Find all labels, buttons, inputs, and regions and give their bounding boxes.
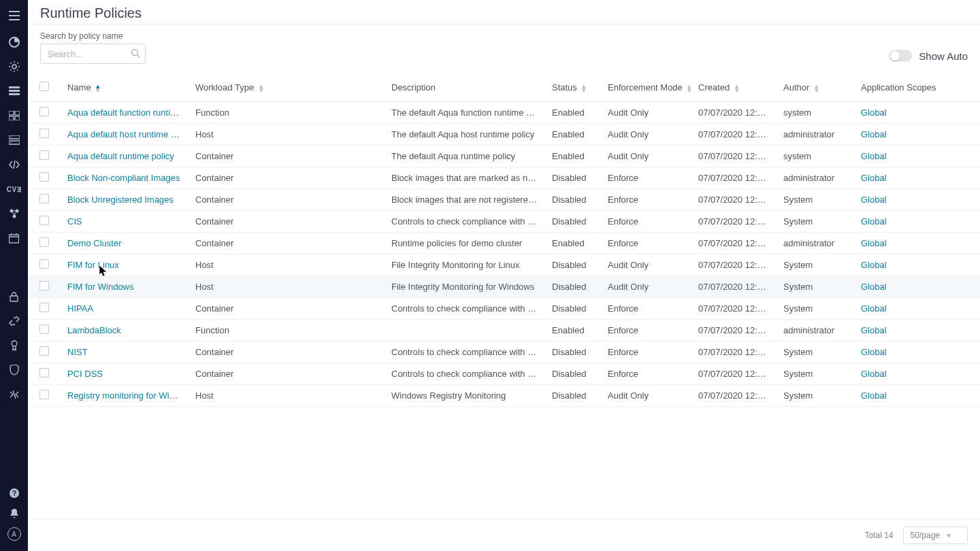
cell-description: Windows Registry Monitoring [385, 385, 545, 407]
policy-name-link[interactable]: NIST [67, 347, 88, 357]
table-row[interactable]: NISTContainerControls to check complianc… [28, 341, 980, 363]
scope-link[interactable]: Global [861, 129, 887, 139]
secrets-icon[interactable] [0, 284, 28, 309]
menu-icon[interactable] [0, 4, 28, 27]
table-row[interactable]: Aqua default runtime policyContainerThe … [28, 146, 980, 167]
cell-author: administrator [777, 124, 854, 146]
policy-name-link[interactable]: PCI DSS [67, 369, 103, 379]
policy-name-link[interactable]: Block Non-compliant Images [67, 173, 180, 183]
scope-link[interactable]: Global [861, 260, 887, 270]
policy-name-link[interactable]: Block Unregistered Images [67, 195, 174, 205]
col-name[interactable]: Name ▴▾ [61, 73, 189, 102]
row-checkbox[interactable] [39, 194, 49, 203]
table-row[interactable]: Block Non-compliant ImagesContainerBlock… [28, 167, 980, 189]
row-checkbox[interactable] [39, 390, 49, 399]
cell-status: Enabled [545, 320, 601, 341]
row-checkbox[interactable] [39, 346, 49, 356]
row-checkbox[interactable] [39, 129, 49, 138]
policy-name-link[interactable]: Demo Cluster [67, 238, 121, 248]
row-checkbox[interactable] [39, 107, 49, 116]
sort-icon: ▴▾ [96, 84, 100, 93]
row-checkbox[interactable] [39, 368, 49, 378]
col-workload[interactable]: Workload Type ▴▾ [189, 73, 385, 102]
scope-link[interactable]: Global [861, 347, 887, 357]
scope-link[interactable]: Global [861, 151, 887, 161]
row-checkbox[interactable] [39, 324, 49, 334]
calendar-icon[interactable] [0, 226, 28, 250]
policy-name-link[interactable]: Aqua default runtime policy [67, 151, 174, 161]
cve-icon[interactable]: CVƎ [0, 177, 28, 201]
show-auto-toggle[interactable] [889, 50, 912, 62]
row-checkbox[interactable] [39, 237, 49, 247]
select-all-checkbox[interactable] [39, 82, 49, 91]
cell-author: System [777, 254, 854, 276]
scope-link[interactable]: Global [861, 195, 887, 205]
table-row[interactable]: PCI DSSContainerControls to check compli… [28, 363, 980, 385]
row-checkbox[interactable] [39, 216, 49, 225]
services-icon[interactable] [0, 201, 28, 226]
page-size-select[interactable]: 50/page ▾ [903, 527, 968, 544]
scope-link[interactable]: Global [861, 238, 887, 248]
cell-workload: Host [189, 276, 385, 298]
scope-link[interactable]: Global [861, 390, 887, 401]
row-checkbox[interactable] [39, 172, 49, 182]
table-row[interactable]: HIPAAContainerControls to check complian… [28, 298, 980, 320]
scope-link[interactable]: Global [861, 107, 887, 118]
workloads-icon[interactable] [0, 128, 28, 152]
help-icon[interactable]: ? [0, 483, 28, 503]
scope-link[interactable]: Global [861, 173, 887, 183]
table-row[interactable]: Registry monitoring for WindowsHostWindo… [28, 385, 980, 407]
col-scopes: Application Scopes [854, 73, 980, 102]
cell-created: 07/07/2020 12:41 PM [691, 211, 777, 233]
col-created[interactable]: Created ▴▾ [691, 73, 777, 102]
table-row[interactable]: Aqua default function runtime policyFunc… [28, 102, 980, 124]
licenses-icon[interactable] [0, 333, 28, 358]
table-row[interactable]: Aqua default host runtime policyHostThe … [28, 124, 980, 146]
user-avatar[interactable]: A [0, 524, 28, 544]
col-status[interactable]: Status ▴▾ [545, 73, 601, 102]
scope-link[interactable]: Global [861, 216, 887, 227]
risk-icon[interactable] [0, 54, 28, 79]
row-checkbox[interactable] [39, 259, 49, 269]
settings-icon[interactable] [0, 382, 28, 407]
cell-workload: Container [189, 189, 385, 211]
integrations-icon[interactable] [0, 309, 28, 333]
code-icon[interactable] [0, 152, 28, 177]
functions-icon[interactable] [0, 103, 28, 128]
scope-link[interactable]: Global [861, 369, 887, 379]
table-row[interactable]: Demo ClusterContainerRuntime policies fo… [28, 233, 980, 254]
row-checkbox[interactable] [39, 281, 49, 290]
col-enforcement[interactable]: Enforcement Mode ▴▾ [601, 73, 691, 102]
policy-name-link[interactable]: LambdaBlock [67, 325, 121, 335]
cell-status: Disabled [545, 276, 601, 298]
policy-name-link[interactable]: Registry monitoring for Windows [67, 390, 189, 401]
table-row[interactable]: LambdaBlockFunctionEnabledEnforce07/07/2… [28, 320, 980, 341]
col-author[interactable]: Author ▴▾ [777, 73, 854, 102]
row-checkbox[interactable] [39, 303, 49, 312]
search-input[interactable] [40, 44, 146, 64]
policy-name-link[interactable]: Aqua default function runtime policy [67, 107, 189, 118]
images-icon[interactable] [0, 79, 28, 103]
cell-workload: Container [189, 298, 385, 320]
scope-link[interactable]: Global [861, 325, 887, 335]
table-row[interactable]: FIM for WindowsHostFile Integrity Monito… [28, 276, 980, 298]
cell-description: Runtime policies for demo cluster [385, 233, 545, 254]
cell-workload: Container [189, 146, 385, 167]
scope-link[interactable]: Global [861, 303, 887, 314]
cell-status: Disabled [545, 341, 601, 363]
table-row[interactable]: CISContainerControls to check compliance… [28, 211, 980, 233]
scope-link[interactable]: Global [861, 282, 887, 292]
row-checkbox[interactable] [39, 150, 49, 160]
policy-name-link[interactable]: FIM for Windows [67, 282, 134, 292]
table-row[interactable]: Block Unregistered ImagesContainerBlock … [28, 189, 980, 211]
notifications-icon[interactable] [0, 503, 28, 524]
policy-name-link[interactable]: FIM for Linux [67, 260, 119, 270]
search-label: Search by policy name [40, 31, 146, 41]
table-row[interactable]: FIM for LinuxHostFile Integrity Monitori… [28, 254, 980, 276]
dashboard-icon[interactable] [0, 30, 28, 54]
svg-rect-7 [15, 116, 20, 120]
policy-name-link[interactable]: Aqua default host runtime policy [67, 129, 189, 139]
policy-name-link[interactable]: CIS [67, 216, 82, 227]
shield-icon[interactable] [0, 358, 28, 382]
policy-name-link[interactable]: HIPAA [67, 303, 93, 314]
